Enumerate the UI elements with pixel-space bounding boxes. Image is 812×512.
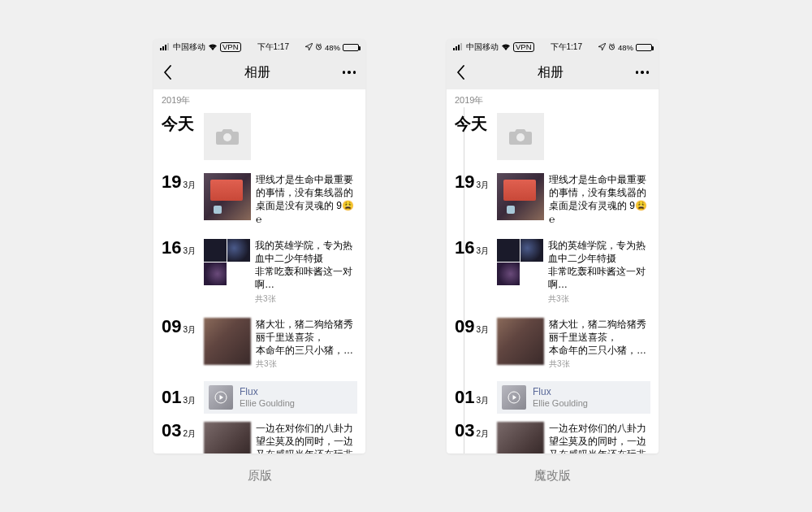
svg-rect-10 — [460, 43, 462, 50]
back-button[interactable] — [163, 65, 172, 80]
year-label: 2019年 — [447, 89, 659, 108]
vpn-badge: VPN — [220, 42, 241, 52]
carrier-label: 中国移动 — [173, 42, 205, 53]
post-row[interactable]: 093月 猪大壮，猪二狗给猪秀丽千里送喜茶， 本命年的三只小猪，… 共3张 — [447, 313, 659, 379]
post-day: 01 — [162, 388, 181, 406]
post-month: 2月 — [476, 428, 489, 440]
music-artist: Ellie Goulding — [533, 398, 588, 409]
post-day: 19 — [162, 173, 181, 191]
post-thumbnail[interactable] — [497, 422, 544, 453]
post-month: 3月 — [183, 180, 196, 191]
post-day: 16 — [455, 239, 474, 257]
battery-icon — [636, 44, 652, 51]
battery-pct: 48% — [618, 43, 633, 52]
today-label: 今天 — [162, 113, 194, 135]
post-text: 理线才是生命中最重要的事情，没有集线器的桌面是没有灵魂的 9😩℮ — [549, 173, 650, 226]
post-text: 一边在对你们的八卦力望尘莫及的同时，一边又在感叹当年还在玩非主流和青春… — [549, 422, 650, 453]
music-card[interactable]: Flux Ellie Goulding — [204, 381, 357, 414]
clock: 下午1:17 — [551, 41, 582, 53]
post-day: 01 — [455, 388, 474, 406]
post-month: 3月 — [476, 324, 489, 336]
phone-modified: 中国移动 VPN 下午1:17 48% 相 — [447, 39, 659, 484]
post-month: 3月 — [476, 245, 489, 257]
post-month: 3月 — [183, 245, 196, 257]
post-thumbnail[interactable] — [497, 173, 544, 220]
carrier-label: 中国移动 — [466, 42, 499, 53]
page-title: 相册 — [244, 64, 270, 81]
post-row-music[interactable]: 013月 Flux Ellie Goulding — [153, 378, 365, 417]
post-month: 3月 — [183, 395, 196, 406]
battery-pct: 48% — [325, 43, 340, 52]
phone-frame: 中国移动 VPN 下午1:17 48% 相 — [153, 39, 365, 453]
post-thumbnail[interactable] — [204, 173, 251, 220]
post-month: 2月 — [183, 428, 196, 440]
post-text: 本命年的三只小猪，… — [549, 344, 650, 357]
post-thumbnail[interactable] — [204, 422, 251, 453]
status-bar: 中国移动 VPN 下午1:17 48% — [447, 39, 659, 55]
post-row[interactable]: 193月 理线才是生命中最重要的事情，没有集线器的桌面是没有灵魂的 9😩℮ — [153, 168, 365, 234]
svg-rect-9 — [458, 45, 460, 50]
year-label: 2019年 — [153, 89, 365, 108]
phone-original: 中国移动 VPN 下午1:17 48% 相 — [153, 39, 365, 484]
vpn-badge: VPN — [513, 42, 534, 52]
svg-rect-0 — [160, 48, 162, 50]
play-icon[interactable] — [502, 385, 526, 410]
content-area[interactable]: 2019年 今天 193月 理线才是生命中最重要的事情，没有集线器的桌面是没有灵… — [153, 89, 365, 453]
play-icon[interactable] — [209, 385, 233, 410]
post-text: 本命年的三只小猪，… — [256, 344, 357, 357]
svg-rect-2 — [165, 45, 166, 50]
photo-count: 共3张 — [255, 293, 357, 305]
post-thumbnails[interactable] — [497, 239, 543, 305]
today-row[interactable]: 今天 — [153, 108, 365, 168]
post-text: 我的英雄学院，专为热血中二少年特摄 — [548, 239, 650, 265]
post-day: 09 — [162, 318, 181, 336]
post-day: 03 — [162, 422, 181, 440]
post-row[interactable]: 093月 猪大壮，猪二狗给猪秀丽千里送喜茶， 本命年的三只小猪，… 共3张 — [153, 313, 365, 379]
wifi-icon — [501, 43, 511, 52]
post-text: 我的英雄学院，专为热血中二少年特摄 — [255, 239, 357, 265]
camera-placeholder[interactable] — [497, 113, 544, 160]
status-bar: 中国移动 VPN 下午1:17 48% — [153, 39, 365, 55]
location-icon — [305, 43, 313, 52]
nav-bar: 相册 — [447, 55, 659, 89]
post-row[interactable]: 163月 我的英雄学院，专为热血中二少年特摄 非常吃轰和咔酱这一对啊… 共3张 — [153, 234, 365, 313]
photo-count: 共3张 — [549, 358, 650, 370]
post-text: 猪大壮，猪二狗给猪秀丽千里送喜茶， — [256, 318, 357, 344]
post-thumbnail[interactable] — [204, 318, 251, 365]
svg-rect-7 — [453, 48, 455, 50]
post-text: 非常吃轰和咔酱这一对啊… — [255, 265, 357, 291]
post-row[interactable]: 032月 一边在对你们的八卦力望尘莫及的同时，一边又在感叹当年还在玩非主流和青春… — [447, 417, 659, 453]
post-month: 3月 — [476, 180, 489, 191]
post-thumbnails[interactable] — [204, 239, 250, 305]
post-text: 一边在对你们的八卦力望尘莫及的同时，一边又在感叹当年还在玩非主流和青春… — [256, 422, 357, 453]
wifi-icon — [208, 43, 218, 52]
post-thumbnail[interactable] — [497, 318, 544, 365]
svg-rect-8 — [456, 46, 457, 50]
post-row[interactable]: 032月 一边在对你们的八卦力望尘莫及的同时，一边又在感叹当年还在玩非主流和青春… — [153, 417, 365, 453]
today-row[interactable]: 今天 — [447, 108, 659, 168]
today-label: 今天 — [455, 113, 487, 135]
caption-original: 原版 — [248, 468, 272, 484]
more-button[interactable] — [636, 71, 650, 74]
post-row[interactable]: 163月 我的英雄学院，专为热血中二少年特摄 非常吃轰和咔酱这一对啊… 共3张 — [447, 234, 659, 313]
alarm-icon — [315, 43, 322, 52]
camera-placeholder[interactable] — [204, 113, 251, 160]
music-title: Flux — [533, 386, 588, 397]
signal-icon — [160, 43, 171, 52]
post-text: 猪大壮，猪二狗给猪秀丽千里送喜茶， — [549, 318, 650, 344]
music-card[interactable]: Flux Ellie Goulding — [497, 381, 650, 414]
post-row[interactable]: 193月 理线才是生命中最重要的事情，没有集线器的桌面是没有灵魂的 9😩℮ — [447, 168, 659, 234]
location-icon — [598, 43, 606, 52]
content-area[interactable]: 2019年 今天 193月 理线才是生命中最重要的事情，没有集线器的桌面是没有灵… — [447, 89, 659, 453]
post-month: 3月 — [183, 324, 196, 336]
post-row-music[interactable]: 013月 Flux Ellie Goulding — [447, 378, 659, 417]
signal-icon — [453, 43, 464, 52]
phone-frame: 中国移动 VPN 下午1:17 48% 相 — [447, 39, 659, 453]
page-title: 相册 — [538, 64, 564, 81]
back-button[interactable] — [456, 65, 465, 80]
more-button[interactable] — [343, 71, 356, 74]
alarm-icon — [608, 43, 615, 52]
post-day: 16 — [162, 239, 181, 257]
post-text: 非常吃轰和咔酱这一对啊… — [548, 265, 650, 291]
svg-rect-3 — [167, 43, 169, 50]
